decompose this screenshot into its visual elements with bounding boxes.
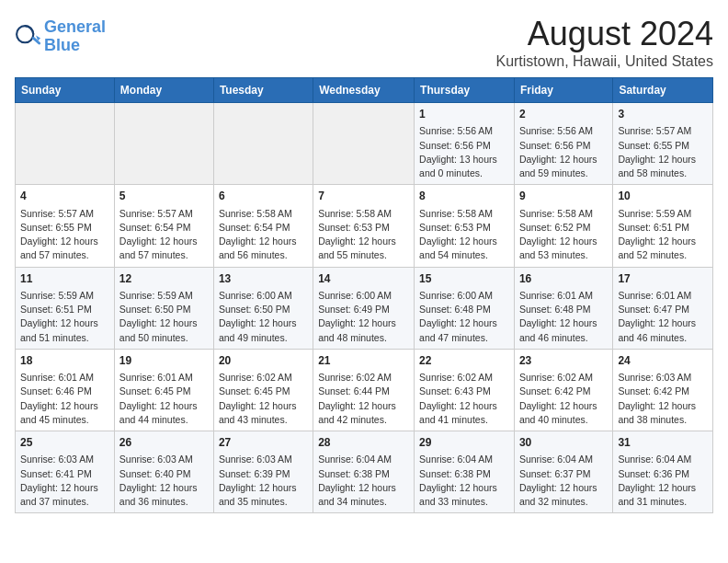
sunset: Sunset: 6:56 PM [519,140,591,151]
sunset: Sunset: 6:47 PM [618,304,689,315]
sunset: Sunset: 6:51 PM [618,222,689,233]
daylight: Daylight: 12 hours and 54 minutes. [419,236,497,260]
day-number: 4 [20,189,109,204]
day-cell: 2Sunrise: 5:56 AMSunset: 6:56 PMDaylight… [514,103,612,185]
day-number: 8 [419,189,509,204]
day-cell: 20Sunrise: 6:02 AMSunset: 6:45 PMDayligh… [213,349,313,431]
sunset: Sunset: 6:55 PM [618,140,689,151]
weekday-header-friday: Friday [514,78,612,103]
sunrise: Sunrise: 5:57 AM [618,125,691,136]
day-cell: 23Sunrise: 6:02 AMSunset: 6:42 PMDayligh… [514,349,612,431]
day-number: 18 [20,353,109,369]
sunset: Sunset: 6:50 PM [119,304,191,315]
daylight: Daylight: 13 hours and 0 minutes. [419,154,497,178]
day-number: 17 [618,271,708,287]
weekday-header-thursday: Thursday [415,78,515,103]
daylight: Daylight: 12 hours and 32 minutes. [519,482,597,507]
daylight: Daylight: 12 hours and 35 minutes. [219,482,297,507]
page-subtitle: Kurtistown, Hawaii, United States [495,53,713,70]
sunrise: Sunrise: 5:59 AM [618,208,691,219]
day-number: 12 [119,271,209,287]
sunrise: Sunrise: 6:02 AM [419,372,493,383]
sunrise: Sunrise: 5:57 AM [119,208,193,219]
daylight: Daylight: 12 hours and 43 minutes. [219,400,297,425]
day-cell: 19Sunrise: 6:01 AMSunset: 6:45 PMDayligh… [114,349,213,431]
daylight: Daylight: 12 hours and 47 minutes. [419,317,497,342]
logo-icon [15,24,40,50]
day-cell [213,103,313,185]
sunrise: Sunrise: 6:04 AM [419,454,493,465]
day-number: 28 [318,435,409,451]
sunrise: Sunrise: 6:03 AM [119,454,193,465]
day-cell: 24Sunrise: 6:03 AMSunset: 6:42 PMDayligh… [613,349,713,431]
daylight: Daylight: 12 hours and 46 minutes. [618,317,696,342]
day-cell: 15Sunrise: 6:00 AMSunset: 6:48 PMDayligh… [415,267,515,349]
sunrise: Sunrise: 5:59 AM [119,290,193,301]
sunrise: Sunrise: 6:03 AM [20,454,94,465]
day-cell: 9Sunrise: 5:58 AMSunset: 6:52 PMDaylight… [514,185,612,267]
weekday-header-sunday: Sunday [16,78,115,103]
day-number: 31 [618,435,708,451]
day-number: 25 [20,435,109,451]
day-number: 6 [219,189,308,204]
sunset: Sunset: 6:44 PM [318,385,390,396]
day-number: 30 [519,435,608,451]
day-number: 13 [219,271,308,287]
week-row-4: 18Sunrise: 6:01 AMSunset: 6:46 PMDayligh… [16,349,713,431]
day-cell: 10Sunrise: 5:59 AMSunset: 6:51 PMDayligh… [613,185,713,267]
day-number: 29 [419,435,509,451]
day-cell: 21Sunrise: 6:02 AMSunset: 6:44 PMDayligh… [313,349,415,431]
sunrise: Sunrise: 6:02 AM [219,372,292,383]
day-cell: 28Sunrise: 6:04 AMSunset: 6:38 PMDayligh… [313,431,415,513]
sunrise: Sunrise: 5:56 AM [419,125,493,136]
day-cell: 4Sunrise: 5:57 AMSunset: 6:55 PMDaylight… [16,185,115,267]
sunset: Sunset: 6:45 PM [219,385,290,396]
day-cell: 8Sunrise: 5:58 AMSunset: 6:53 PMDaylight… [415,185,515,267]
sunrise: Sunrise: 6:04 AM [318,454,392,465]
weekday-header-monday: Monday [114,78,213,103]
day-cell: 16Sunrise: 6:01 AMSunset: 6:48 PMDayligh… [514,267,612,349]
day-number: 5 [119,189,209,204]
weekday-header-tuesday: Tuesday [213,78,313,103]
sunrise: Sunrise: 5:58 AM [219,208,292,219]
title-block: August 2024 Kurtistown, Hawaii, United S… [495,15,713,70]
daylight: Daylight: 12 hours and 44 minutes. [119,400,198,425]
day-cell: 3Sunrise: 5:57 AMSunset: 6:55 PMDaylight… [613,103,713,185]
day-number: 19 [119,353,209,369]
week-row-5: 25Sunrise: 6:03 AMSunset: 6:41 PMDayligh… [16,431,713,513]
sunset: Sunset: 6:36 PM [618,468,689,479]
sunrise: Sunrise: 6:03 AM [219,454,292,465]
sunset: Sunset: 6:52 PM [519,222,591,233]
sunset: Sunset: 6:43 PM [419,385,491,396]
daylight: Daylight: 12 hours and 31 minutes. [618,482,696,507]
day-cell: 1Sunrise: 5:56 AMSunset: 6:56 PMDaylight… [415,103,515,185]
daylight: Daylight: 12 hours and 57 minutes. [20,236,98,260]
day-cell: 7Sunrise: 5:58 AMSunset: 6:53 PMDaylight… [313,185,415,267]
day-cell: 31Sunrise: 6:04 AMSunset: 6:36 PMDayligh… [613,431,713,513]
daylight: Daylight: 12 hours and 50 minutes. [119,317,198,342]
sunset: Sunset: 6:56 PM [419,140,491,151]
day-number: 3 [618,107,708,122]
sunset: Sunset: 6:49 PM [318,304,390,315]
logo-line2: Blue [44,36,80,54]
daylight: Daylight: 12 hours and 53 minutes. [519,236,597,260]
sunrise: Sunrise: 5:56 AM [519,125,593,136]
daylight: Daylight: 12 hours and 36 minutes. [119,482,198,507]
day-number: 14 [318,271,409,287]
sunrise: Sunrise: 5:58 AM [519,208,593,219]
day-number: 22 [419,353,509,369]
day-cell [313,103,415,185]
sunset: Sunset: 6:48 PM [519,304,591,315]
sunset: Sunset: 6:51 PM [20,304,92,315]
week-row-1: 1Sunrise: 5:56 AMSunset: 6:56 PMDaylight… [16,103,713,185]
day-number: 21 [318,353,409,369]
sunrise: Sunrise: 6:01 AM [519,290,593,301]
day-number: 2 [519,107,608,122]
daylight: Daylight: 12 hours and 37 minutes. [20,482,98,507]
logo-line1: General [44,17,106,36]
sunset: Sunset: 6:39 PM [219,468,290,479]
logo-text: General Blue [44,18,106,55]
day-number: 26 [119,435,209,451]
day-cell [114,103,213,185]
sunrise: Sunrise: 6:01 AM [618,290,691,301]
